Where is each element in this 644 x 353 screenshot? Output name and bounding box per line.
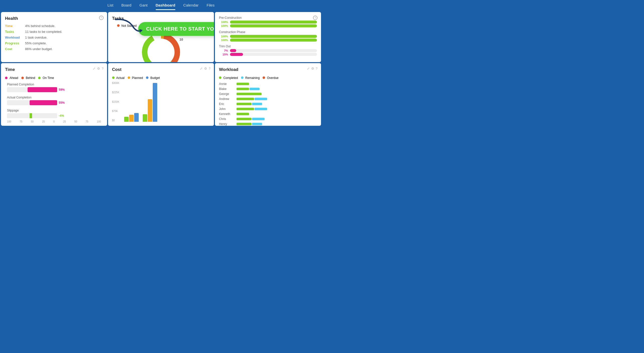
time-title: Time: [5, 67, 15, 72]
tasks-card: Tasks Not Started Completed 1: [108, 12, 214, 62]
nav-item-board[interactable]: Board: [121, 3, 131, 10]
nav-item-files[interactable]: Files: [207, 3, 215, 10]
workload-row: Annie: [219, 82, 317, 86]
cost-gear-icon[interactable]: ⚙: [204, 67, 207, 70]
workload-bars: [236, 103, 262, 105]
cost-chart: $300K $225K $150K $75K $0: [112, 82, 210, 122]
workload-bar-remaining: [255, 108, 267, 110]
workload-bars: [236, 88, 260, 90]
workload-bars: [236, 123, 262, 125]
construction-pct-1: 100%: [219, 35, 228, 38]
time-help-icon[interactable]: ?: [102, 67, 103, 70]
nav-item-dashboard[interactable]: Dashboard: [156, 3, 175, 10]
cost-help-icon[interactable]: ?: [209, 67, 210, 70]
pre-construction-bar-fill-1: [230, 21, 317, 24]
time-bar-slippage-bg: [7, 113, 57, 118]
pre-construction-row-2: 100%: [219, 24, 317, 27]
workload-bars: [236, 108, 267, 110]
time-chart: Planned Completion 59% Actual Completion…: [5, 83, 103, 123]
cost-expand-icon[interactable]: ⤢: [200, 67, 203, 70]
workload-person-name: Chris: [219, 117, 236, 121]
construction-pct-2: 100%: [219, 39, 228, 42]
pre-construction-bar-bg-1: [230, 21, 317, 24]
health-value-time: 4% behind schedule.: [25, 24, 55, 28]
workload-bar-completed: [236, 118, 252, 120]
construction-bar-bg-2: [230, 39, 317, 42]
legend-ahead: Ahead: [5, 76, 18, 80]
pre-construction-title: Pre-Construction: [219, 16, 317, 20]
legend-remaining-wl: Remaining: [241, 76, 260, 80]
cost-bar-actual-2: [143, 114, 147, 122]
time-label-actual: Actual Completion: [7, 96, 101, 99]
workload-bars: [236, 98, 267, 100]
health-label-progress: Progress: [5, 41, 25, 45]
workload-bar-remaining: [252, 118, 265, 120]
health-label-time: Time: [5, 24, 25, 28]
nav-item-gant[interactable]: Gant: [139, 3, 148, 10]
time-pct-actual: 55%: [59, 101, 65, 104]
time-gear-icon[interactable]: ⚙: [97, 67, 100, 70]
workload-gear-icon[interactable]: ⚙: [311, 67, 314, 70]
workload-bars: [236, 113, 249, 115]
cost-bars: [124, 82, 208, 122]
workload-title: Workload: [219, 67, 238, 72]
workload-bar-remaining: [255, 98, 267, 100]
time-expand-icon[interactable]: ⤢: [93, 67, 96, 70]
workload-person-name: Blake: [219, 87, 236, 91]
cost-bar-actual-1: [124, 117, 129, 122]
pre-construction-pct-2: 100%: [219, 24, 228, 27]
cost-bar-group-1: [124, 113, 139, 122]
trim-out-row-2: 15%: [219, 53, 317, 56]
workload-bar-remaining: [252, 103, 262, 105]
legend-actual: Actual: [112, 76, 125, 80]
workload-bars: [236, 93, 262, 95]
progress-help-icon[interactable]: ?: [313, 16, 317, 20]
workload-legend: Completed Remaining Overdue: [219, 76, 317, 80]
time-bar-planned-fill: [28, 87, 57, 92]
cta-button[interactable]: CLICK HERE TO START YOUR FREE TRIAL!: [138, 22, 214, 36]
legend-budget: Budget: [146, 76, 160, 80]
workload-header: Workload: [219, 67, 317, 75]
workload-row: Andrew: [219, 97, 317, 101]
time-row-slippage: Slippage -4%: [7, 109, 101, 118]
workload-person-name: Annie: [219, 82, 236, 86]
nav-item-list[interactable]: List: [108, 3, 113, 10]
time-axis: 1007550250255075100: [7, 120, 101, 123]
trim-out-pct-1: 7%: [219, 49, 228, 52]
health-label-cost: Cost: [5, 47, 25, 51]
time-bar-planned-bg: [7, 87, 57, 92]
workload-bar-completed: [236, 93, 262, 95]
workload-bar-completed: [236, 103, 252, 105]
trim-out-title: Trim Out: [219, 45, 317, 48]
health-help-icon[interactable]: ?: [99, 16, 104, 20]
workload-person-name: Eric: [219, 102, 236, 106]
nav-item-calendar[interactable]: Calendar: [183, 3, 199, 10]
health-title: Health: [5, 16, 103, 21]
time-card: Time ⤢ ⚙ ? Ahead Behind On Time: [1, 63, 107, 126]
project-progress-card: ? Pre-Construction 100% 100% Constructio…: [215, 12, 321, 62]
health-value-workload: 1 task overdue.: [25, 36, 47, 39]
health-value-cost: 86% under budget.: [25, 47, 53, 51]
trim-out-bar-fill-1: [230, 49, 236, 52]
cost-legend: Actual Planned Budget: [112, 76, 210, 80]
workload-bar-completed: [236, 98, 254, 100]
workload-expand-icon[interactable]: ⤢: [307, 67, 310, 70]
workload-help-icon[interactable]: ?: [316, 67, 317, 70]
pre-construction-row-1: 100%: [219, 21, 317, 24]
workload-row: Eric: [219, 102, 317, 106]
workload-rows: AnnieBlakeGeorgeAndrewEricJohnKennethChr…: [219, 82, 317, 126]
pre-construction-pct-1: 100%: [219, 21, 228, 24]
workload-bars: [236, 118, 265, 120]
time-bar-actual-bg: [7, 100, 57, 105]
time-legend: Ahead Behind On Time: [5, 76, 103, 80]
pre-construction-bar-bg-2: [230, 24, 317, 27]
cta-overlay: CLICK HERE TO START YOUR FREE TRIAL!: [138, 22, 214, 36]
workload-bar-remaining: [250, 88, 260, 90]
time-row-actual: Actual Completion 55%: [7, 96, 101, 105]
trim-out-bar-bg-1: [230, 49, 317, 52]
workload-row: Blake: [219, 87, 317, 91]
cta-arrow-icon: [113, 17, 143, 37]
trim-out-bar-bg-2: [230, 53, 317, 56]
pre-construction-bar-fill-2: [230, 24, 317, 27]
trim-out-bar-fill-2: [230, 53, 243, 56]
